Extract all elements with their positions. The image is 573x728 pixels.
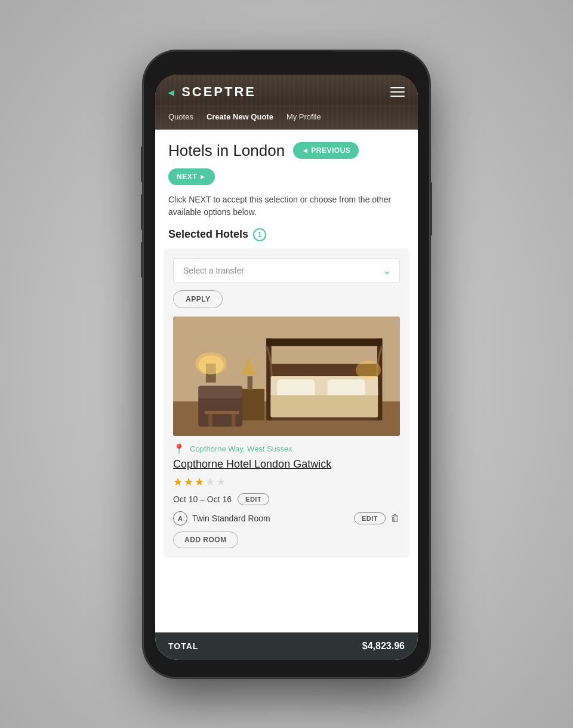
- svg-rect-19: [208, 414, 212, 426]
- hotel-card: Select a transfer ⌄ APPLY: [164, 248, 409, 558]
- room-name: Twin Standard Room: [192, 514, 349, 523]
- transfer-select-wrapper: Select a transfer ⌄: [173, 258, 400, 283]
- star-3: ★: [195, 475, 204, 489]
- phone-notch: [239, 51, 334, 69]
- hotel-location-text: Copthorne Way, West Sussex: [190, 444, 292, 453]
- location-pin-icon: 📍: [173, 443, 185, 454]
- phone-button-volume-mute: [141, 146, 143, 182]
- instruction-text: Click NEXT to accept this selection or c…: [155, 193, 418, 228]
- navigation-bar: Quotes Create New Quote My Profile: [155, 106, 418, 130]
- add-room-button[interactable]: ADD ROOM: [173, 532, 238, 548]
- hamburger-menu-button[interactable]: [390, 87, 405, 97]
- page-title: Hotels in London: [168, 142, 285, 160]
- phone-frame: ◂ SCEPTRE Quotes Create New Quote My Pro…: [143, 51, 430, 678]
- selected-count-badge: 1: [253, 228, 266, 241]
- total-amount: $4,823.96: [362, 641, 405, 652]
- svg-rect-18: [205, 411, 239, 414]
- delete-room-icon[interactable]: 🗑: [390, 513, 400, 524]
- hotel-image-inner: [173, 317, 400, 436]
- nav-item-create-quote[interactable]: Create New Quote: [207, 112, 273, 121]
- section-title: Selected Hotels 1: [155, 228, 418, 248]
- edit-dates-button[interactable]: EDIT: [238, 493, 269, 505]
- phone-screen: ◂ SCEPTRE Quotes Create New Quote My Pro…: [155, 75, 418, 660]
- previous-button[interactable]: ◄ PREVIOUS: [293, 142, 359, 159]
- nav-item-quotes[interactable]: Quotes: [168, 112, 193, 121]
- total-label: TOTAL: [168, 641, 198, 651]
- star-1: ★: [173, 475, 183, 489]
- svg-rect-8: [266, 338, 382, 346]
- star-5: ★: [216, 475, 226, 489]
- next-button[interactable]: NEXT ►: [168, 168, 215, 185]
- page-header: Hotels in London ◄ PREVIOUS NEXT ►: [155, 130, 418, 193]
- brand-logo: ◂ SCEPTRE: [168, 84, 256, 100]
- svg-rect-14: [248, 376, 252, 390]
- svg-point-4: [198, 355, 223, 374]
- svg-point-21: [356, 360, 381, 379]
- hotel-image: [173, 317, 400, 436]
- phone-button-power: [430, 182, 432, 236]
- edit-room-button[interactable]: EDIT: [354, 512, 386, 524]
- app-header: ◂ SCEPTRE Quotes Create New Quote My Pro…: [155, 75, 418, 130]
- transfer-select-dropdown[interactable]: Select a transfer: [173, 258, 400, 283]
- content-area: Hotels in London ◄ PREVIOUS NEXT ► Click…: [155, 130, 418, 632]
- room-avatar: A: [173, 511, 187, 526]
- svg-rect-12: [271, 395, 378, 417]
- brand-bar: ◂ SCEPTRE: [155, 75, 418, 106]
- leaf-icon: ◂: [168, 86, 175, 99]
- svg-rect-20: [232, 414, 235, 426]
- hotel-name[interactable]: Copthorne Hotel London Gatwick: [173, 458, 400, 471]
- total-bar: TOTAL $4,823.96: [155, 632, 418, 660]
- apply-button[interactable]: APPLY: [173, 290, 223, 308]
- star-4: ★: [205, 475, 215, 489]
- hotel-room-row: A Twin Standard Room EDIT 🗑: [173, 511, 400, 526]
- phone-button-volume-down: [141, 242, 143, 278]
- hotel-stars: ★ ★ ★ ★ ★: [173, 475, 400, 489]
- hotel-room-illustration: [173, 317, 400, 436]
- hotel-location-row: 📍 Copthorne Way, West Sussex: [173, 443, 400, 454]
- hotel-dates: Oct 10 – Oct 16: [173, 494, 232, 504]
- star-2: ★: [184, 475, 193, 489]
- svg-rect-16: [198, 395, 242, 426]
- nav-item-my-profile[interactable]: My Profile: [286, 112, 321, 121]
- svg-rect-17: [198, 385, 242, 398]
- hotel-dates-row: Oct 10 – Oct 16 EDIT: [173, 493, 400, 505]
- phone-button-volume-up: [141, 194, 143, 230]
